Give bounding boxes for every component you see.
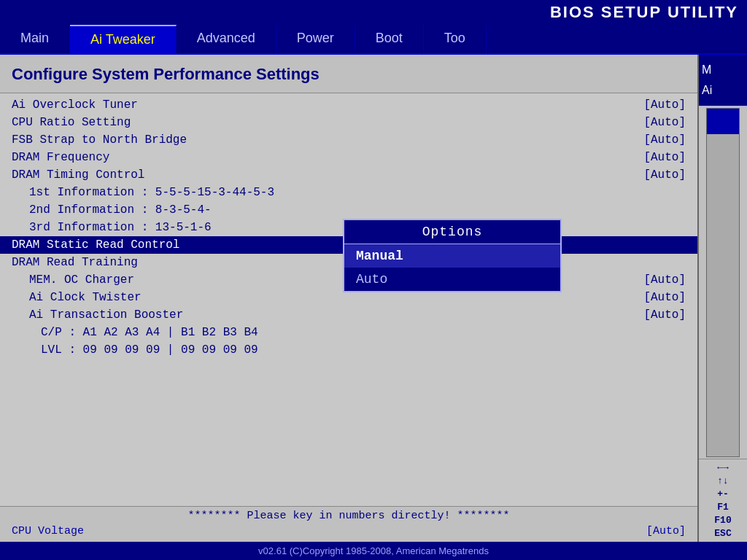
footer: v02.61 (C)Copyright 1985-2008, American … xyxy=(0,542,747,560)
far-right-m: M xyxy=(702,61,744,79)
setting-dram-timing[interactable]: DRAM Timing Control [Auto] xyxy=(0,166,697,184)
footer-copyright: v02.61 (C)Copyright 1985-2008, American … xyxy=(258,545,489,556)
cpu-voltage-value: [Auto] xyxy=(646,525,686,537)
key-hint-f10: F10 xyxy=(714,515,731,526)
settings-container: Ai Overclock Tuner [Auto] CPU Ratio Sett… xyxy=(0,96,697,359)
title-bar: BIOS SETUP UTILITY xyxy=(0,0,747,25)
dropdown-item-auto[interactable]: Auto xyxy=(344,268,560,291)
key-hint-lr: ←→ xyxy=(717,462,729,473)
setting-ai-overclock-tuner[interactable]: Ai Overclock Tuner [Auto] xyxy=(0,96,697,114)
tab-ai-tweaker[interactable]: Ai Tweaker xyxy=(70,25,177,53)
setting-cp-info: C/P : A1 A2 A3 A4 | B1 B2 B3 B4 xyxy=(0,324,697,341)
key-hints: ←→ ↑↓ +- F1 F10 ESC xyxy=(699,459,747,542)
right-panel: M Ai ←→ ↑↓ +- F1 F10 ESC xyxy=(697,55,747,542)
tab-too[interactable]: Too xyxy=(424,25,487,53)
key-hint-pm: +- xyxy=(717,489,729,499)
section-title: Configure System Performance Settings xyxy=(0,55,697,93)
tab-main[interactable]: Main xyxy=(0,25,70,53)
setting-cpu-ratio[interactable]: CPU Ratio Setting [Auto] xyxy=(0,114,697,131)
settings-list: Ai Overclock Tuner [Auto] CPU Ratio Sett… xyxy=(0,93,697,506)
key-hint-esc: ESC xyxy=(714,528,731,539)
key-hint-ud: ↑↓ xyxy=(717,475,729,486)
far-right-ai: Ai xyxy=(702,81,744,100)
bottom-bar: ******** Please key in numbers directly!… xyxy=(0,506,697,542)
dropdown-item-manual[interactable]: Manual xyxy=(344,244,560,268)
tab-advanced[interactable]: Advanced xyxy=(177,25,276,53)
setting-2nd-info: 2nd Information : 8-3-5-4- xyxy=(0,201,697,219)
left-panel: Configure System Performance Settings Ai… xyxy=(0,55,697,542)
tab-boot[interactable]: Boot xyxy=(355,25,424,53)
setting-3rd-info: 3rd Information : 13-5-1-6 Options Manua… xyxy=(0,219,697,236)
tab-power[interactable]: Power xyxy=(276,25,355,53)
notice-text: ******** Please key in numbers directly!… xyxy=(12,508,686,524)
bios-title: BIOS SETUP UTILITY xyxy=(550,3,738,21)
setting-fsb-strap[interactable]: FSB Strap to North Bridge [Auto] xyxy=(0,131,697,149)
far-right-items: M Ai xyxy=(699,55,747,106)
scrollbar-thumb xyxy=(707,109,739,134)
dropdown-header: Options xyxy=(344,220,560,244)
nav-tabs: Main Ai Tweaker Advanced Power Boot Too xyxy=(0,25,747,55)
setting-ai-transaction-booster[interactable]: Ai Transaction Booster [Auto] xyxy=(0,306,697,324)
options-dropdown[interactable]: Options Manual Auto xyxy=(343,219,562,292)
bios-screen: BIOS SETUP UTILITY Main Ai Tweaker Advan… xyxy=(0,0,747,560)
scrollbar-track[interactable] xyxy=(706,108,740,457)
key-hint-f1: F1 xyxy=(717,502,729,513)
cpu-voltage-label: CPU Voltage xyxy=(12,525,84,537)
cpu-voltage-row: CPU Voltage [Auto] xyxy=(12,524,686,539)
setting-1st-info: 1st Information : 5-5-5-15-3-44-5-3 xyxy=(0,184,697,201)
setting-dram-frequency[interactable]: DRAM Frequency [Auto] xyxy=(0,149,697,166)
setting-lvl-info: LVL : 09 09 09 09 | 09 09 09 09 xyxy=(0,341,697,359)
content-area: Configure System Performance Settings Ai… xyxy=(0,55,747,542)
